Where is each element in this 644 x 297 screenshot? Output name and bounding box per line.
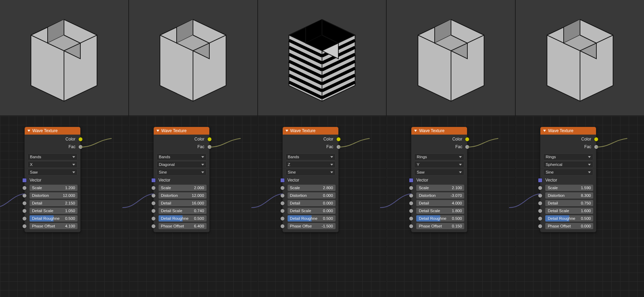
input-distortion[interactable]: Distortion0.000 [283,192,338,199]
input-detail_rough[interactable]: Detail Roughne0.500 [540,215,596,222]
detail_scale-field[interactable]: Detail Scale1.050 [30,208,78,214]
output-fac[interactable]: Fac [154,143,209,151]
node-header[interactable]: Wave Texture [25,127,80,135]
wave-texture-node[interactable]: Wave TextureColorFacBandsDiagonalSineVec… [153,127,210,232]
input-detail_rough[interactable]: Detail Roughne0.500 [154,215,209,222]
node-header[interactable]: Wave Texture [540,127,596,135]
socket-detail_rough-icon[interactable] [151,216,156,221]
type-select[interactable]: Rings [543,153,593,160]
socket-phase_offset-icon[interactable] [151,224,156,228]
detail-field[interactable]: Detail16.000 [159,200,207,206]
profile-select[interactable]: Saw [414,169,464,176]
node-header[interactable]: Wave Texture [283,127,338,135]
socket-scale-icon[interactable] [151,186,156,190]
socket-detail_rough-icon[interactable] [409,216,413,221]
wave-texture-node[interactable]: Wave TextureColorFacBandsZSineVectorScal… [282,127,339,232]
type-select[interactable]: Bands [156,153,207,160]
detail_rough-field[interactable]: Detail Roughne0.500 [30,215,78,222]
input-detail_scale[interactable]: Detail Scale0.740 [154,207,209,215]
input-phase_offset[interactable]: Phase Offset0.000 [540,222,596,230]
socket-vector-icon[interactable] [151,178,156,183]
direction-select[interactable]: Diagonal [156,161,207,168]
input-detail_rough[interactable]: Detail Roughne0.500 [25,215,80,222]
socket-phase_offset-icon[interactable] [280,224,285,228]
direction-select[interactable]: Y [414,161,464,168]
detail-field[interactable]: Detail4.000 [416,200,464,206]
detail_scale-field[interactable]: Detail Scale1.800 [416,208,464,214]
distortion-field[interactable]: Distortion8.300 [545,192,593,199]
viewport-4[interactable] [387,0,516,115]
detail_scale-field[interactable]: Detail Scale0.000 [288,208,336,214]
input-detail_scale[interactable]: Detail Scale1.800 [411,207,467,215]
distortion-field[interactable]: Distortion12.000 [159,192,207,199]
detail_rough-field[interactable]: Detail Roughne0.500 [416,215,464,222]
scale-field[interactable]: Scale1.590 [545,185,593,191]
socket-detail_rough-icon[interactable] [22,216,27,221]
input-detail[interactable]: Detail0.000 [283,199,338,207]
node-editor-1[interactable]: Wave TextureColorFacBandsXSawVectorScale… [0,116,129,297]
distortion-field[interactable]: Distortion-3.070 [416,192,464,199]
detail-field[interactable]: Detail0.750 [545,200,593,206]
node-editor-3[interactable]: Wave TextureColorFacBandsZSineVectorScal… [258,116,387,297]
type-select[interactable]: Bands [285,153,336,160]
socket-vector-icon[interactable] [409,178,413,183]
type-select[interactable]: Rings [414,153,464,160]
socket-color-icon[interactable] [78,137,83,142]
node-editor-5[interactable]: Wave TextureColorFacRingsSphericalSineVe… [516,116,644,297]
output-color[interactable]: Color [411,135,467,143]
detail_rough-field[interactable]: Detail Roughne0.500 [159,215,207,222]
viewport-3[interactable] [258,0,387,115]
socket-detail_rough-icon[interactable] [280,216,285,221]
socket-color-icon[interactable] [336,137,341,142]
input-phase_offset[interactable]: Phase Offset0.150 [411,222,467,230]
output-fac[interactable]: Fac [411,143,467,151]
wave-texture-node[interactable]: Wave TextureColorFacRingsYSawVectorScale… [411,127,467,232]
socket-phase_offset-icon[interactable] [22,224,27,228]
scale-field[interactable]: Scale1.200 [30,185,78,191]
socket-scale-icon[interactable] [22,186,27,190]
input-vector[interactable]: Vector [411,176,467,184]
output-color[interactable]: Color [540,135,596,143]
input-detail[interactable]: Detail0.750 [540,199,596,207]
wave-texture-node[interactable]: Wave TextureColorFacBandsXSawVectorScale… [24,127,81,232]
socket-detail_rough-icon[interactable] [538,216,542,221]
node-editor-4[interactable]: Wave TextureColorFacRingsYSawVectorScale… [387,116,516,297]
distortion-field[interactable]: Distortion12.000 [30,192,78,199]
profile-select[interactable]: Sine [543,169,593,176]
output-color[interactable]: Color [154,135,209,143]
socket-color-icon[interactable] [207,137,212,142]
socket-vector-icon[interactable] [538,178,542,183]
profile-select[interactable]: Sine [156,169,207,176]
detail_rough-field[interactable]: Detail Roughne0.500 [288,215,336,222]
input-vector[interactable]: Vector [540,176,596,184]
detail_scale-field[interactable]: Detail Scale0.740 [159,208,207,214]
node-header[interactable]: Wave Texture [411,127,467,135]
socket-scale-icon[interactable] [409,186,413,190]
phase_offset-field[interactable]: Phase Offset6.400 [159,223,207,229]
input-scale[interactable]: Scale1.200 [25,184,80,192]
detail-field[interactable]: Detail2.150 [30,200,78,206]
output-fac[interactable]: Fac [540,143,596,151]
detail_rough-field[interactable]: Detail Roughne0.500 [545,215,593,222]
phase_offset-field[interactable]: Phase Offset0.000 [545,223,593,229]
input-detail[interactable]: Detail16.000 [154,199,209,207]
distortion-field[interactable]: Distortion0.000 [288,192,336,199]
collapse-icon[interactable] [414,130,417,132]
output-fac[interactable]: Fac [25,143,80,151]
input-scale[interactable]: Scale2.100 [411,184,467,192]
phase_offset-field[interactable]: Phase Offset0.150 [416,223,464,229]
input-scale[interactable]: Scale1.590 [540,184,596,192]
input-detail_scale[interactable]: Detail Scale0.000 [283,207,338,215]
scale-field[interactable]: Scale2.000 [159,185,207,191]
input-scale[interactable]: Scale2.800 [283,184,338,192]
input-phase_offset[interactable]: Phase Offse-1.500 [283,222,338,230]
scale-field[interactable]: Scale2.800 [288,185,336,191]
input-distortion[interactable]: Distortion12.000 [25,192,80,199]
socket-phase_offset-icon[interactable] [409,224,413,228]
input-phase_offset[interactable]: Phase Offset6.400 [154,222,209,230]
collapse-icon[interactable] [156,130,159,132]
input-vector[interactable]: Vector [25,176,80,184]
wave-texture-node[interactable]: Wave TextureColorFacRingsSphericalSineVe… [540,127,596,232]
input-vector[interactable]: Vector [154,176,209,184]
output-color[interactable]: Color [283,135,338,143]
